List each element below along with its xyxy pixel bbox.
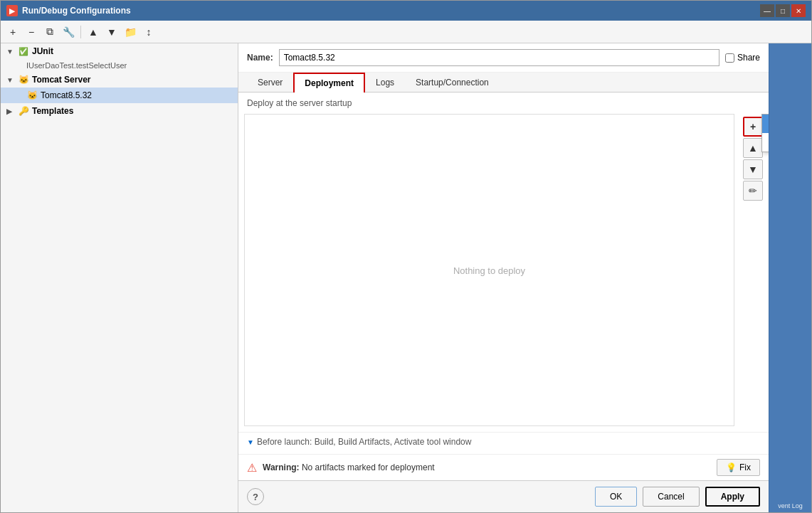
warning-text: Warning: No artifacts marked for deploym… (263, 462, 711, 472)
before-launch-arrow: ▼ (247, 438, 254, 446)
down-icon: ▼ (748, 164, 758, 175)
edit-deploy-button[interactable]: ✏ (743, 181, 763, 201)
share-option[interactable]: Share (725, 53, 760, 63)
add-configuration-button[interactable]: + (5, 24, 21, 40)
configuration-toolbar: + − ⧉ 🔧 ▲ ▼ 📁 ↕ (1, 21, 811, 43)
tab-startup[interactable]: Startup/Connection (405, 73, 500, 92)
tomcat-icon (18, 74, 29, 85)
help-button[interactable]: ? (247, 488, 264, 505)
right-panel-top (769, 43, 811, 499)
junit-label: JUnit (32, 46, 53, 56)
templates-icon (18, 105, 29, 117)
main-area: ▼ JUnit IUserDaoTest.testSelectUser ▼ To… (1, 43, 811, 512)
before-launch-header[interactable]: ▼ Before launch: Build, Build Artifacts,… (247, 437, 760, 447)
warning-message: No artifacts marked for deployment (302, 462, 435, 472)
content-panel: Name: Share Server Deployment Logs Start… (238, 43, 769, 512)
ok-button[interactable]: OK (595, 487, 637, 507)
share-label: Share (737, 53, 760, 63)
deploy-list-container: Nothing to deploy + Artifact... (238, 114, 769, 432)
add-deploy-button[interactable]: + (743, 117, 763, 137)
tomcat-item-label: Tomcat8.5.32 (41, 90, 92, 100)
sidebar-group-templates[interactable]: ▶ Templates (1, 103, 238, 119)
tomcat-arrow: ▼ (6, 76, 15, 84)
minimize-button[interactable]: — (760, 4, 774, 17)
add-icon: + (750, 121, 756, 132)
deploy-action-buttons: + Artifact... External Source... (740, 114, 769, 432)
bottom-bar: ? OK Cancel Apply (238, 480, 769, 512)
apply-button[interactable]: Apply (705, 487, 760, 507)
before-launch-label: Before launch: Build, Build Artifacts, A… (257, 437, 472, 447)
fix-button[interactable]: 💡 Fix (717, 459, 760, 476)
templates-arrow: ▶ (6, 107, 15, 115)
close-button[interactable]: ✕ (791, 4, 806, 17)
add-deploy-dropdown: Artifact... External Source... (761, 114, 769, 152)
artifact-menu-item[interactable]: Artifact... (762, 115, 769, 133)
templates-label: Templates (32, 106, 73, 116)
right-panel-text: vent Log (769, 499, 811, 512)
app-icon: ▶ (6, 5, 18, 16)
name-label: Name: (247, 53, 273, 63)
fix-label: Fix (739, 462, 751, 472)
window-controls: — □ ✕ (760, 4, 806, 17)
right-panel: vent Log (769, 43, 811, 512)
tab-deployment[interactable]: Deployment (293, 73, 365, 92)
window-title: Run/Debug Configurations (22, 6, 760, 16)
before-launch-section: ▼ Before launch: Build, Build Artifacts,… (238, 432, 769, 454)
copy-configuration-button[interactable]: ⧉ (42, 24, 58, 40)
junit-test-label: IUserDaoTest.testSelectUser (26, 61, 127, 70)
share-checkbox[interactable] (725, 53, 734, 63)
move-up-deploy-button[interactable]: ▲ (743, 138, 763, 158)
name-row: Name: Share (238, 43, 769, 73)
move-down-deploy-button[interactable]: ▼ (743, 159, 763, 179)
remove-configuration-button[interactable]: − (23, 24, 39, 40)
warning-label: Warning: (263, 462, 300, 472)
sidebar: ▼ JUnit IUserDaoTest.testSelectUser ▼ To… (1, 43, 238, 512)
junit-icon (18, 46, 29, 57)
external-source-menu-item[interactable]: External Source... (762, 133, 769, 152)
sidebar-item-tomcat[interactable]: Tomcat8.5.32 (1, 88, 238, 103)
name-input[interactable] (279, 49, 719, 66)
sidebar-group-tomcat[interactable]: ▼ Tomcat Server (1, 72, 238, 88)
tab-logs[interactable]: Logs (365, 73, 405, 92)
warning-icon: ⚠ (247, 461, 257, 475)
deploy-empty-text: Nothing to deploy (453, 265, 525, 275)
configuration-tabs: Server Deployment Logs Startup/Connectio… (238, 73, 769, 92)
junit-arrow: ▼ (6, 48, 15, 55)
run-debug-window: ▶ Run/Debug Configurations — □ ✕ + − ⧉ 🔧… (0, 0, 812, 513)
up-icon: ▲ (748, 142, 758, 154)
titlebar: ▶ Run/Debug Configurations — □ ✕ (1, 1, 811, 21)
deploy-header: Deploy at the server startup (238, 92, 769, 114)
sidebar-item-junit-test[interactable]: IUserDaoTest.testSelectUser (1, 59, 238, 72)
move-down-button[interactable]: ▼ (104, 24, 120, 40)
bottom-action-buttons: OK Cancel Apply (595, 487, 760, 507)
lightbulb-icon: 💡 (726, 462, 737, 472)
tomcat-item-icon (26, 90, 38, 101)
deploy-list: Nothing to deploy (244, 114, 734, 426)
folder-button[interactable]: 📁 (122, 24, 138, 40)
cancel-button[interactable]: Cancel (643, 487, 699, 507)
tomcat-label: Tomcat Server (32, 75, 90, 85)
sort-button[interactable]: ↕ (141, 24, 157, 40)
sidebar-group-junit[interactable]: ▼ JUnit (1, 43, 238, 59)
deployment-area: Deploy at the server startup Nothing to … (238, 92, 769, 512)
toolbar-separator (80, 26, 81, 38)
move-up-button[interactable]: ▲ (85, 24, 101, 40)
tab-server[interactable]: Server (247, 73, 293, 92)
maximize-button[interactable]: □ (776, 4, 790, 17)
wrench-button[interactable]: 🔧 (60, 24, 76, 40)
warning-row: ⚠ Warning: No artifacts marked for deplo… (238, 454, 769, 480)
edit-icon: ✏ (749, 185, 757, 196)
